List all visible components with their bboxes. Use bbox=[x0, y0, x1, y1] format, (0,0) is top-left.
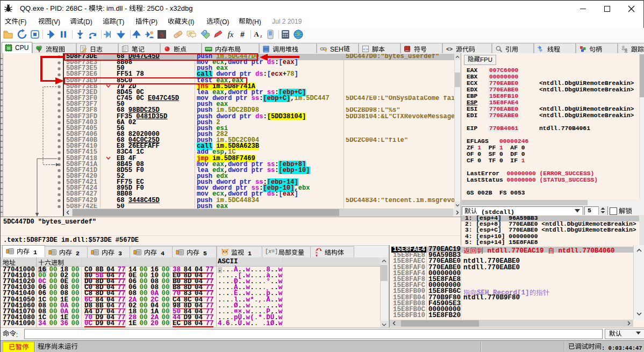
svg-text:A: A bbox=[254, 30, 259, 38]
svg-text:fx: fx bbox=[228, 30, 234, 39]
svg-text:z: z bbox=[260, 34, 262, 39]
svg-text:<>: <> bbox=[446, 46, 453, 52]
svg-text:<>: <> bbox=[363, 47, 368, 52]
svg-text:#: # bbox=[240, 30, 245, 39]
svg-text:S: S bbox=[160, 31, 163, 39]
